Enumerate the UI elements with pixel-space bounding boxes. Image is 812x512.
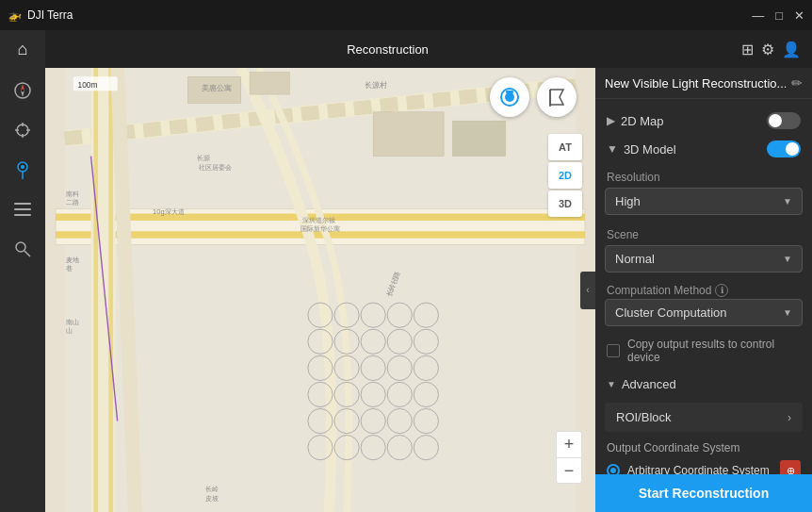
svg-text:10g深大道: 10g深大道 — [153, 207, 184, 216]
2d-map-label: ▶ 2D Map — [607, 114, 664, 128]
svg-text:长源: 长源 — [197, 154, 210, 162]
marker-button[interactable] — [4, 151, 41, 189]
computation-info-icon[interactable]: ℹ — [715, 284, 728, 297]
svg-rect-77 — [506, 91, 513, 93]
nav-title: Reconstruction — [347, 42, 429, 57]
computation-method-select[interactable]: Cluster Computation ▼ — [605, 299, 803, 326]
scene-value: Normal — [615, 252, 655, 266]
nav-bar: ⌂ Reconstruction ⊞ ⚙ 👤 — [0, 30, 812, 68]
map-canvas: 美惠公寓 长源村 长源 社区居委会 深圳道尔顿 国际新华公寓 南科 二路 麦地 … — [45, 68, 595, 512]
at-view-button[interactable]: AT — [548, 134, 582, 160]
zoom-in-button[interactable]: + — [556, 431, 582, 457]
advanced-label: Advanced — [622, 377, 676, 391]
zoom-out-button[interactable]: − — [556, 457, 582, 484]
svg-rect-21 — [93, 68, 98, 512]
advanced-section[interactable]: ▼ Advanced — [595, 370, 812, 399]
close-button[interactable]: ✕ — [794, 8, 804, 23]
user-icon[interactable]: 👤 — [782, 41, 801, 58]
svg-point-76 — [505, 92, 514, 102]
nav-icons: ⊞ ⚙ 👤 — [730, 41, 812, 58]
search-button[interactable] — [4, 230, 41, 268]
svg-text:美惠公寓: 美惠公寓 — [202, 83, 232, 92]
svg-text:二路: 二路 — [66, 198, 79, 206]
panel-title: New Visible Light Reconstructio... — [605, 76, 787, 91]
resolution-select[interactable]: High ▼ — [605, 188, 803, 215]
network-icon[interactable]: ⊞ — [741, 41, 754, 58]
3d-model-section[interactable]: ▼ 3D Model — [595, 135, 812, 163]
computation-method-arrow: ▼ — [783, 307, 792, 318]
roi-block-chevron: › — [788, 411, 791, 424]
roi-block-item[interactable]: ROI/Block › — [605, 403, 803, 432]
scene-label: Scene — [595, 221, 812, 245]
crosshair-button[interactable] — [4, 111, 41, 149]
camera-button[interactable] — [490, 77, 529, 117]
map-tool-buttons — [490, 77, 577, 117]
copy-output-row[interactable]: Copy output results to control device — [595, 332, 812, 370]
svg-text:社区居委会: 社区居委会 — [199, 163, 232, 172]
svg-point-9 — [21, 165, 24, 169]
edit-icon[interactable]: ✏ — [791, 75, 803, 91]
svg-text:长源村: 长源村 — [365, 80, 387, 90]
panel-header: New Visible Light Reconstructio... ✏ — [595, 68, 812, 99]
computation-method-label: Computation Method — [607, 284, 711, 297]
svg-text:山: 山 — [66, 326, 73, 335]
svg-text:长岭: 长岭 — [205, 485, 219, 493]
panel-collapse-button[interactable]: ‹ — [580, 272, 595, 309]
svg-text:100m: 100m — [77, 80, 97, 90]
title-bar: 🚁 DJI Terra — □ ✕ — [0, 0, 812, 30]
svg-marker-2 — [21, 91, 24, 97]
svg-text:国际新华公寓: 国际新华公寓 — [300, 224, 340, 233]
computation-method-label-row: Computation Method ℹ — [595, 278, 812, 299]
map-area[interactable]: 美惠公寓 长源村 长源 社区居委会 深圳道尔顿 国际新华公寓 南科 二路 麦地 … — [45, 68, 595, 512]
svg-text:麦地: 麦地 — [66, 256, 79, 264]
2d-map-section[interactable]: ▶ 2D Map — [595, 107, 812, 135]
scene-select[interactable]: Normal ▼ — [605, 245, 803, 273]
app-name: DJI Terra — [27, 8, 73, 22]
arbitrary-coord-icon[interactable]: ⊕ — [780, 460, 801, 474]
3d-model-toggle[interactable] — [767, 140, 801, 157]
svg-text:深圳道尔顿: 深圳道尔顿 — [302, 216, 335, 224]
left-toolbar — [0, 68, 45, 512]
svg-text:南科: 南科 — [66, 190, 79, 198]
arbitrary-coord-row[interactable]: Arbitrary Coordinate System ⊕ — [595, 456, 812, 474]
svg-rect-56 — [452, 121, 505, 156]
resolution-arrow: ▼ — [783, 196, 792, 206]
3d-model-label: ▼ 3D Model — [607, 142, 676, 157]
app-title: 🚁 DJI Terra — [8, 8, 73, 22]
window-controls: — □ ✕ — [752, 8, 804, 23]
computation-method-value: Cluster Computation — [615, 306, 727, 320]
svg-line-15 — [24, 251, 30, 256]
flag-button[interactable] — [537, 77, 577, 117]
output-coord-label: Output Coordinate System — [595, 436, 812, 456]
2d-map-toggle[interactable] — [767, 112, 801, 129]
start-reconstruction-button[interactable]: Start Reconstruction — [595, 474, 812, 512]
svg-rect-22 — [108, 68, 113, 512]
3d-view-button[interactable]: 3D — [548, 190, 582, 217]
menu-button[interactable] — [4, 190, 41, 228]
svg-rect-55 — [373, 112, 444, 157]
scene-arrow: ▼ — [783, 254, 792, 264]
app-logo: 🚁 — [8, 8, 22, 22]
compass-button[interactable] — [4, 72, 41, 109]
svg-text:南山: 南山 — [66, 318, 79, 326]
svg-rect-11 — [14, 203, 31, 205]
svg-rect-13 — [14, 214, 31, 216]
main-area: 美惠公寓 长源村 长源 社区居委会 深圳道尔顿 国际新华公寓 南科 二路 麦地 … — [0, 68, 812, 512]
svg-marker-1 — [21, 84, 24, 91]
svg-rect-54 — [250, 73, 289, 94]
minimize-button[interactable]: — — [752, 8, 764, 23]
advanced-chevron: ▼ — [607, 379, 616, 389]
svg-rect-12 — [14, 208, 31, 210]
copy-output-label: Copy output results to control device — [627, 338, 801, 364]
panel-content: ▶ 2D Map ▼ 3D Model Resolution High ▼ — [595, 99, 812, 474]
home-button[interactable]: ⌂ — [0, 30, 45, 68]
arbitrary-coord-left: Arbitrary Coordinate System — [607, 464, 770, 474]
maximize-button[interactable]: □ — [775, 8, 783, 23]
right-panel: New Visible Light Reconstructio... ✏ ▶ 2… — [595, 68, 812, 512]
arbitrary-radio[interactable] — [607, 464, 620, 474]
2d-view-button[interactable]: 2D — [548, 162, 582, 189]
copy-output-checkbox[interactable] — [607, 344, 620, 357]
resolution-value: High — [615, 194, 641, 208]
settings-icon[interactable]: ⚙ — [761, 41, 774, 58]
svg-text:皮坡: 皮坡 — [205, 494, 219, 503]
